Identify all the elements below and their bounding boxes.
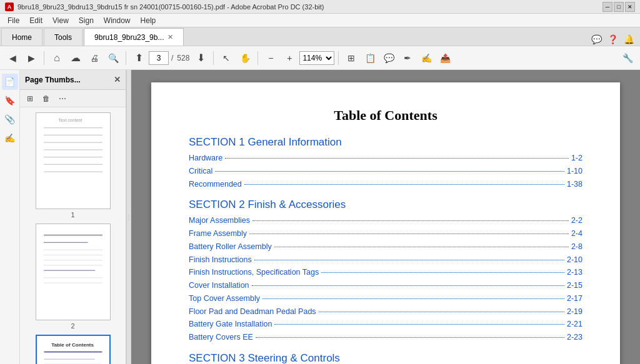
tab-tools[interactable]: Tools — [44, 28, 82, 46]
sidebar-header: Page Thumbs... ✕ — [20, 70, 126, 90]
current-page-input[interactable] — [149, 51, 169, 65]
left-icons-panel: 📄 🔖 📎 ✍ — [0, 70, 20, 364]
minimize-button[interactable]: ─ — [602, 2, 612, 12]
thumb-label-2: 2 — [71, 322, 74, 330]
toc-entry-recommended[interactable]: Recommended 1-38 — [189, 179, 582, 190]
toc-entry-floor-pad[interactable]: Floor Pad and Deadman Pedal Pads 2-19 — [189, 306, 582, 318]
more-tools-icon[interactable]: 🔧 — [619, 49, 636, 67]
print-icon[interactable]: 🖨 — [86, 49, 103, 67]
svg-rect-0 — [36, 113, 110, 209]
hand-icon[interactable]: ✋ — [236, 49, 254, 67]
upload-icon[interactable]: ☁ — [67, 49, 84, 67]
toc-dots — [225, 158, 569, 159]
menu-help[interactable]: Help — [136, 15, 161, 26]
home-tool-icon[interactable]: ⌂ — [48, 49, 66, 67]
menu-file[interactable]: File — [2, 15, 24, 26]
section-1-heading[interactable]: SECTION 1 General Information — [189, 136, 582, 149]
menu-bar: File Edit View Sign Window Help — [0, 14, 640, 27]
toc-dots — [244, 184, 564, 185]
zoom-select[interactable]: 114% 100% 125% 150% 75% 50% — [299, 51, 334, 65]
total-pages: 528 — [177, 54, 189, 62]
toc-entry-critical[interactable]: Critical 1-10 — [189, 165, 582, 177]
thumbnail-2[interactable]: 2 — [25, 224, 121, 330]
signature-tool-icon[interactable]: ✍ — [418, 49, 435, 67]
thumb-box-2 — [36, 224, 111, 320]
attachment-icon-btn[interactable]: 📎 — [2, 111, 18, 127]
tab-document[interactable]: 9bru18_9bru23_9b... ✕ — [84, 28, 184, 46]
close-button[interactable]: ✕ — [625, 2, 635, 12]
tab-home-label: Home — [12, 33, 32, 42]
sep-2 — [126, 51, 126, 65]
menu-sign[interactable]: Sign — [74, 15, 99, 26]
cursor-icon[interactable]: ↖ — [218, 49, 235, 67]
toc-entry-top-cover[interactable]: Top Cover Assembly 2-17 — [189, 293, 582, 305]
sidebar-thumbnails: Text content 1 — [20, 107, 126, 364]
zoom-out-button[interactable]: − — [262, 49, 279, 67]
resize-handle[interactable]: ⋮ — [126, 70, 131, 364]
signature-icon-btn[interactable]: ✍ — [2, 130, 18, 146]
sidebar-grid-icon[interactable]: ⊞ — [22, 92, 38, 106]
main-content: 📄 🔖 📎 ✍ Page Thumbs... ✕ ⊞ 🗑 ⋯ — [0, 70, 640, 364]
search-icon[interactable]: 🔍 — [104, 49, 122, 67]
svg-text:Text content: Text content — [58, 118, 82, 122]
zoom-in-button[interactable]: + — [281, 49, 298, 67]
forward-button[interactable]: ▶ — [22, 49, 40, 67]
toc-entry-battery-gate[interactable]: Battery Gate Installation 2-21 — [189, 318, 582, 330]
prev-page-button[interactable]: ⬆ — [130, 49, 148, 67]
page-separator: / — [171, 54, 173, 62]
comment-icon[interactable]: 💬 — [380, 49, 398, 67]
toc-dots — [215, 171, 564, 172]
maximize-button[interactable]: □ — [614, 2, 624, 12]
toc-page-critical: 1-10 — [567, 165, 582, 177]
form-icon[interactable]: 📋 — [361, 49, 379, 67]
menu-window[interactable]: Window — [99, 15, 136, 26]
toc-label-recommended: Recommended — [189, 179, 242, 190]
toc-page-recommended: 1-38 — [567, 179, 582, 190]
page-nav: ⬆ / 528 ⬇ — [130, 49, 209, 67]
toc-title: Table of Contents — [189, 107, 582, 124]
toc-entry-major[interactable]: Major Assemblies 2-2 — [189, 215, 582, 227]
sidebar: Page Thumbs... ✕ ⊞ 🗑 ⋯ — [20, 70, 126, 364]
title-bar: A 9bru18_9bru23_9bdru13_9bdru15 fr sn 24… — [0, 0, 640, 14]
chat-icon[interactable]: 💬 — [590, 33, 602, 46]
sidebar-more-icon[interactable]: ⋯ — [55, 92, 70, 106]
section-3-heading[interactable]: SECTION 3 Steering & Controls — [189, 352, 582, 364]
toc-entry-frame[interactable]: Frame Assembly 2-4 — [189, 228, 582, 240]
page-icon-btn[interactable]: 📄 — [2, 74, 18, 90]
toc-entry-hardware[interactable]: Hardware 1-2 — [189, 152, 582, 164]
bell-icon[interactable]: 🔔 — [622, 33, 635, 46]
toc-entry-battery-covers[interactable]: Battery Covers EE 2-23 — [189, 332, 582, 343]
toc-page-hardware: 1-2 — [571, 152, 582, 164]
bookmark-icon-btn[interactable]: 🔖 — [2, 92, 18, 109]
sidebar-title: Page Thumbs... — [25, 76, 114, 84]
document-page: Table of Contents SECTION 1 General Info… — [151, 82, 620, 364]
sidebar-delete-icon[interactable]: 🗑 — [39, 92, 54, 106]
toc-entry-finish[interactable]: Finish Instructions 2-10 — [189, 254, 582, 266]
tab-close-icon[interactable]: ✕ — [168, 33, 173, 41]
back-button[interactable]: ◀ — [4, 49, 21, 67]
app-icon: A — [5, 2, 14, 11]
title-text: 9bru18_9bru23_9bdru13_9bdru15 fr sn 2400… — [18, 3, 602, 11]
fit-page-icon[interactable]: ⊞ — [342, 49, 360, 67]
svg-rect-9 — [36, 224, 110, 320]
window-controls: ─ □ ✕ — [602, 2, 635, 12]
toc-entry-cover[interactable]: Cover Installation 2-15 — [189, 280, 582, 292]
toc-entry-battery-roller[interactable]: Battery Roller Assembly 2-8 — [189, 241, 582, 253]
thumbnail-3[interactable]: Table of Contents — [25, 335, 121, 364]
toc-label-critical: Critical — [189, 165, 212, 177]
toolbar: ◀ ▶ ⌂ ☁ 🖨 🔍 ⬆ / 528 ⬇ ↖ ✋ − + 114% 100% … — [0, 46, 640, 70]
menu-edit[interactable]: Edit — [24, 15, 48, 26]
sidebar-close-icon[interactable]: ✕ — [114, 75, 121, 84]
thumb-label-1: 1 — [71, 211, 74, 219]
sep-1 — [44, 51, 44, 65]
thumbnail-1[interactable]: Text content 1 — [25, 112, 121, 219]
help-icon[interactable]: ❓ — [606, 33, 619, 46]
next-page-button[interactable]: ⬇ — [192, 49, 209, 67]
pen-icon[interactable]: ✒ — [399, 49, 416, 67]
send-icon[interactable]: 📤 — [436, 49, 454, 67]
sep-3 — [213, 51, 214, 65]
tab-home[interactable]: Home — [1, 28, 42, 46]
toc-entry-finish-spec[interactable]: Finish Instructions, Specification Tags … — [189, 267, 582, 278]
section-2-heading[interactable]: SECTION 2 Finish & Accessories — [189, 199, 582, 211]
menu-view[interactable]: View — [48, 15, 74, 26]
